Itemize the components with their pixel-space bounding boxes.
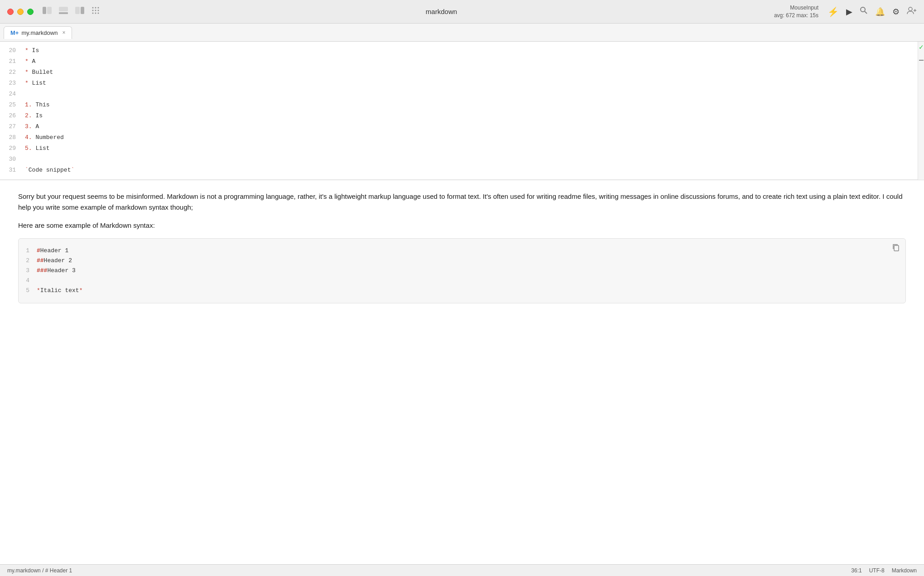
status-path: my.markdown / # Header 1 — [7, 567, 851, 574]
scrollbar-handle[interactable] — [919, 60, 924, 61]
panel-bottom-icon[interactable] — [59, 7, 68, 16]
check-icon: ✓ — [919, 43, 924, 51]
copy-icon[interactable] — [892, 243, 900, 255]
line-number-24: 24 — [0, 89, 25, 100]
cb-line-5: 5 * Italic text * — [26, 286, 898, 296]
app-title: markdown — [109, 8, 774, 15]
code-content-25: 1. This — [25, 100, 50, 110]
code-block-content: 1 # Header 1 2 ## Header 2 3 ### Header … — [26, 246, 898, 296]
svg-point-9 — [92, 10, 94, 11]
svg-point-10 — [95, 10, 96, 11]
search-icon[interactable] — [860, 6, 868, 17]
close-button[interactable] — [7, 9, 14, 15]
line-number-22: 22 — [0, 67, 25, 78]
response-area[interactable]: Sorry but your request seems to be misin… — [0, 180, 924, 564]
svg-point-15 — [861, 7, 865, 12]
line-number-30: 30 — [0, 154, 25, 165]
svg-rect-3 — [59, 12, 68, 14]
code-content-28: 4. Numbered — [25, 132, 64, 143]
code-line-20: 20 * Is — [0, 45, 918, 56]
line-number-25: 25 — [0, 100, 25, 110]
line-number-28: 28 — [0, 132, 25, 143]
svg-point-6 — [92, 7, 94, 9]
add-collaborator-icon[interactable] — [907, 6, 917, 17]
sidebar-right-icon[interactable] — [75, 7, 84, 16]
svg-rect-1 — [47, 7, 52, 14]
line-number-27: 27 — [0, 121, 25, 132]
status-bar: my.markdown / # Header 1 36:1 UTF-8 Mark… — [0, 564, 924, 576]
mouse-input-info: MouseInput avg: 672 max: 15s — [774, 4, 818, 19]
sidebar-left-icon[interactable] — [43, 7, 52, 16]
minimize-button[interactable] — [17, 9, 24, 15]
maximize-button[interactable] — [27, 9, 34, 15]
tab-my-markdown[interactable]: M+ my.markdown × — [4, 26, 72, 39]
editor-scrollbar: ✓ — [918, 42, 924, 180]
code-editor[interactable]: 20 * Is 21 * A 22 * Bullet 23 * List 24 — [0, 42, 918, 180]
svg-point-13 — [95, 13, 96, 14]
svg-point-12 — [92, 13, 94, 14]
code-line-31: 31 `Code snippet` — [0, 165, 918, 176]
gear-icon[interactable]: ⚙ — [892, 7, 900, 17]
response-paragraph-1: Sorry but your request seems to be misin… — [18, 191, 906, 213]
svg-point-14 — [98, 13, 99, 14]
title-bar: markdown MouseInput avg: 672 max: 15s ⚡ … — [0, 0, 924, 24]
code-block: 1 # Header 1 2 ## Header 2 3 ### Header … — [18, 238, 906, 303]
svg-rect-5 — [81, 7, 84, 14]
svg-rect-2 — [59, 7, 68, 11]
code-content-21: * A — [25, 56, 35, 67]
cb-line-3: 3 ### Header 3 — [26, 266, 898, 276]
code-line-22: 22 * Bullet — [0, 67, 918, 78]
status-right: 36:1 UTF-8 Markdown — [851, 567, 917, 574]
code-line-26: 26 2. Is — [0, 110, 918, 121]
svg-point-8 — [98, 7, 99, 9]
cb-line-4: 4 — [26, 276, 898, 286]
line-number-23: 23 — [0, 78, 25, 89]
status-encoding: UTF-8 — [869, 567, 885, 574]
line-number-31: 31 — [0, 165, 25, 176]
cb-line-1: 1 # Header 1 — [26, 246, 898, 256]
line-number-20: 20 — [0, 45, 25, 56]
code-content-26: 2. Is — [25, 110, 43, 121]
titlebar-left-icons — [43, 6, 100, 17]
tab-markdown-icon: M+ — [10, 29, 19, 36]
status-position: 36:1 — [851, 567, 861, 574]
code-content-23: * List — [25, 78, 46, 89]
response-paragraph-2: Here are some example of Markdown syntax… — [18, 220, 906, 231]
svg-rect-4 — [75, 7, 80, 14]
traffic-lights — [7, 9, 34, 15]
bell-icon[interactable]: 🔔 — [875, 7, 885, 17]
tab-close-button[interactable]: × — [62, 29, 65, 36]
line-number-29: 29 — [0, 143, 25, 154]
svg-point-11 — [98, 10, 99, 11]
grid-icon[interactable] — [91, 6, 100, 17]
line-number-21: 21 — [0, 56, 25, 67]
cb-line-2: 2 ## Header 2 — [26, 256, 898, 266]
code-content-27: 3. A — [25, 121, 39, 132]
play-icon[interactable]: ▶ — [846, 7, 852, 17]
flash-icon[interactable]: ⚡ — [828, 6, 839, 17]
tab-bar: M+ my.markdown × — [0, 24, 924, 42]
code-line-23: 23 * List — [0, 78, 918, 89]
code-line-25: 25 1. This — [0, 100, 918, 110]
editor-wrapper: 20 * Is 21 * A 22 * Bullet 23 * List 24 — [0, 42, 924, 180]
code-content-29: 5. List — [25, 143, 50, 154]
line-number-26: 26 — [0, 110, 25, 121]
svg-point-7 — [95, 7, 96, 9]
code-line-21: 21 * A — [0, 56, 918, 67]
svg-rect-0 — [43, 7, 46, 14]
svg-point-17 — [909, 7, 912, 11]
svg-rect-20 — [894, 245, 899, 251]
code-line-24: 24 — [0, 89, 918, 100]
code-content-31: `Code snippet` — [25, 165, 74, 176]
status-language: Markdown — [892, 567, 917, 574]
tab-label: my.markdown — [21, 29, 58, 36]
code-line-29: 29 5. List — [0, 143, 918, 154]
titlebar-actions: ⚡ ▶ 🔔 ⚙ — [828, 6, 917, 17]
code-line-27: 27 3. A — [0, 121, 918, 132]
main-content: 20 * Is 21 * A 22 * Bullet 23 * List 24 — [0, 42, 924, 564]
svg-line-16 — [865, 11, 867, 14]
code-line-30: 30 — [0, 154, 918, 165]
code-content-22: * Bullet — [25, 67, 53, 78]
code-line-28: 28 4. Numbered — [0, 132, 918, 143]
code-content-20: * Is — [25, 45, 39, 56]
